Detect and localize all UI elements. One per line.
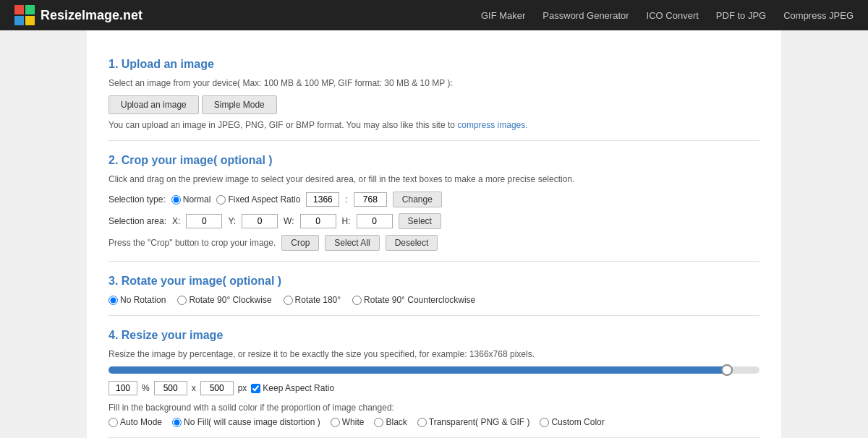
rotate-90cw-text: Rotate 90° Clockwise (189, 295, 271, 305)
radio-normal-label[interactable]: Normal (171, 194, 211, 205)
nav-ico-convert[interactable]: ICO Convert (647, 10, 699, 21)
selection-type-row: Selection type: Normal Fixed Aspect Rati… (109, 192, 760, 207)
y-input[interactable] (242, 214, 278, 228)
keep-aspect-text: Keep Aspect Ratio (263, 383, 334, 393)
percent-sign: % (142, 383, 150, 393)
radio-fixed-text: Fixed Aspect Ratio (228, 194, 300, 205)
change-button[interactable]: Change (393, 192, 442, 207)
fill-transparent-text: Transparent( PNG & GIF ) (429, 417, 530, 427)
upload-btn-row: Upload an image Simple Mode (109, 95, 760, 114)
radio-normal-text: Normal (183, 194, 211, 205)
logo-text: ResizeImage.net (41, 8, 142, 23)
logo: ResizeImage.net (14, 5, 142, 25)
fill-options-row: Auto Mode No Fill( will cause image dist… (109, 417, 760, 427)
rotate-90ccw-text: Rotate 90° Counterclockwise (364, 295, 475, 305)
svg-rect-1 (25, 5, 35, 14)
fill-nofill-radio[interactable] (172, 418, 182, 427)
px-label: px (238, 383, 247, 393)
resize-desc: Resize the image by percentage, or resiz… (109, 349, 760, 359)
rotate-180-text: Rotate 180° (295, 295, 341, 305)
fill-auto-radio[interactable] (109, 418, 118, 427)
svg-rect-0 (14, 5, 24, 14)
keep-aspect-checkbox[interactable] (251, 384, 260, 393)
selection-area-label: Selection area: (109, 216, 166, 226)
svg-rect-3 (25, 16, 35, 25)
ratio-width-input[interactable] (306, 192, 339, 207)
rotate-90cw-label[interactable]: Rotate 90° Clockwise (177, 295, 271, 305)
ratio-height-input[interactable] (354, 192, 387, 207)
h-label: H: (342, 216, 351, 226)
fill-black-label[interactable]: Black (374, 417, 407, 427)
rotate-90cw-radio[interactable] (177, 296, 187, 305)
selection-type-label: Selection type: (109, 194, 166, 205)
keep-aspect-label[interactable]: Keep Aspect Ratio (251, 383, 334, 393)
select-all-button[interactable]: Select All (325, 235, 379, 251)
fill-black-radio[interactable] (374, 418, 383, 427)
radio-fixed[interactable] (216, 195, 226, 205)
rotate-90ccw-label[interactable]: Rotate 90° Counterclockwise (352, 295, 475, 305)
upload-note-text: You can upload an image in JPEG, PNG, GI… (109, 120, 457, 130)
fill-transparent-label[interactable]: Transparent( PNG & GIF ) (417, 417, 530, 427)
slider-thumb[interactable] (721, 364, 733, 376)
press-crop-text: Press the "Crop" button to crop your ima… (109, 238, 276, 248)
fill-custom-radio[interactable] (540, 418, 549, 427)
resize-slider-container (109, 366, 760, 374)
logo-icon (14, 5, 35, 25)
fill-nofill-text: No Fill( will cause image distortion ) (184, 417, 320, 427)
svg-rect-2 (14, 16, 24, 25)
rotate-180-label[interactable]: Rotate 180° (284, 295, 341, 305)
fill-transparent-radio[interactable] (417, 418, 427, 427)
selection-area-row: Selection area: X: Y: W: H: Select (109, 213, 760, 229)
upload-button[interactable]: Upload an image (109, 95, 199, 114)
width-input[interactable] (154, 381, 187, 395)
fill-black-text: Black (386, 417, 407, 427)
fill-nofill-label[interactable]: No Fill( will cause image distortion ) (172, 417, 320, 427)
compress-images-link[interactable]: compress images. (457, 120, 527, 130)
ratio-separator: : (345, 194, 347, 205)
percent-input[interactable] (109, 381, 137, 395)
nav-pdf-to-jpg[interactable]: PDF to JPG (716, 10, 766, 21)
crop-button[interactable]: Crop (281, 235, 319, 251)
w-label: W: (284, 216, 294, 226)
crop-buttons-row: Press the "Crop" button to crop your ima… (109, 235, 760, 251)
resize-inputs-row: % x px Keep Aspect Ratio (109, 381, 760, 395)
radio-fixed-label[interactable]: Fixed Aspect Ratio (216, 194, 300, 205)
fill-auto-text: Auto Mode (120, 417, 162, 427)
header: ResizeImage.net GIF Maker Password Gener… (0, 0, 868, 30)
rotate-none-label[interactable]: No Rotation (109, 295, 166, 305)
nav-password-generator[interactable]: Password Generator (542, 10, 629, 21)
y-label: Y: (228, 216, 236, 226)
fill-white-radio[interactable] (331, 418, 340, 427)
rotate-none-radio[interactable] (109, 296, 118, 305)
nav-gif-maker[interactable]: GIF Maker (481, 10, 525, 21)
section3-heading: 3. Rotate your image( optional ) (109, 275, 760, 288)
fill-custom-text: Custom Color (551, 417, 604, 427)
fill-bg-desc: Fill in the background with a solid colo… (109, 403, 760, 413)
section1-desc: Select an image from your device( Max: 1… (109, 78, 760, 88)
rotate-90ccw-radio[interactable] (352, 296, 362, 305)
slider-track (109, 366, 760, 374)
section4-heading: 4. Resize your image (109, 329, 760, 342)
times-sign: x (192, 383, 196, 393)
main-container: 1. Upload an image Select an image from … (87, 30, 781, 438)
height-input[interactable] (200, 381, 234, 395)
rotate-options-row: No Rotation Rotate 90° Clockwise Rotate … (109, 295, 760, 305)
fill-white-label[interactable]: White (331, 417, 365, 427)
section1-heading: 1. Upload an image (109, 58, 760, 71)
radio-normal[interactable] (171, 195, 181, 205)
deselect-button[interactable]: Deselect (386, 235, 438, 251)
slider-fill (109, 366, 727, 374)
select-button[interactable]: Select (399, 213, 441, 229)
x-label: X: (172, 216, 180, 226)
rotate-180-radio[interactable] (284, 296, 293, 305)
fill-custom-label[interactable]: Custom Color (540, 417, 604, 427)
x-input[interactable] (186, 214, 222, 228)
simple-mode-button[interactable]: Simple Mode (202, 95, 277, 114)
upload-note: You can upload an image in JPEG, PNG, GI… (109, 120, 760, 130)
w-input[interactable] (300, 214, 336, 228)
fill-auto-label[interactable]: Auto Mode (109, 417, 162, 427)
fill-white-text: White (342, 417, 365, 427)
section2-heading: 2. Crop your image( optional ) (109, 154, 760, 167)
nav-compress-jpeg[interactable]: Compress JPEG (783, 10, 854, 21)
h-input[interactable] (357, 214, 393, 228)
